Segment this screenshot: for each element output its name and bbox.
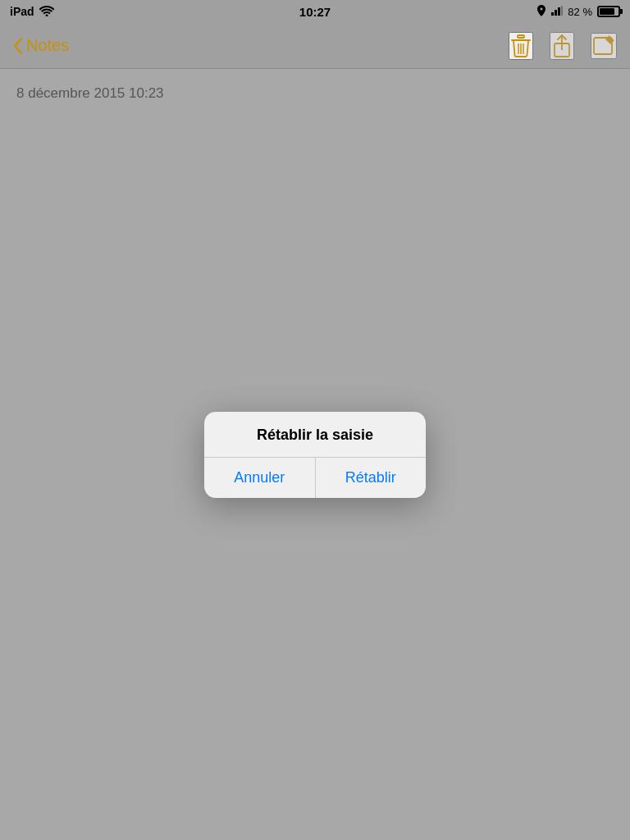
nav-bar: Notes [0,23,630,69]
compose-icon [592,34,615,57]
svg-rect-1 [555,10,557,16]
status-right: 82 % [536,5,620,19]
share-button[interactable] [550,32,574,60]
confirm-button[interactable]: Rétablir [316,458,427,498]
dialog-title: Rétablir la saisie [204,412,426,458]
svg-rect-5 [518,35,524,38]
battery-percent: 82 % [568,6,592,18]
wifi-icon [39,5,54,19]
svg-rect-3 [561,6,563,16]
location-icon [536,5,546,19]
back-button[interactable]: Notes [13,36,69,55]
chevron-left-icon [13,37,23,55]
svg-rect-4 [511,39,531,41]
trash-button[interactable] [509,32,533,60]
nav-actions [509,32,617,60]
dialog-buttons: Annuler Rétablir [204,458,426,498]
battery-icon [597,6,620,17]
time-display: 10:27 [299,5,331,19]
share-icon [551,34,573,58]
battery-fill [600,8,614,15]
compose-button[interactable] [591,33,617,59]
dialog: Rétablir la saisie Annuler Rétablir [204,412,426,498]
device-label: iPad [10,5,34,18]
trash-icon [510,34,532,58]
status-left: iPad [10,5,54,19]
status-bar: iPad 10:27 82 % [0,0,630,23]
dialog-overlay: Rétablir la saisie Annuler Rétablir [0,69,630,840]
cancel-button[interactable]: Annuler [204,458,316,498]
main-content: 8 décembre 2015 10:23 Rétablir la saisie… [0,69,630,840]
back-label: Notes [26,36,69,55]
svg-rect-2 [558,7,560,16]
svg-rect-0 [551,12,554,16]
signal-icon [551,6,563,18]
